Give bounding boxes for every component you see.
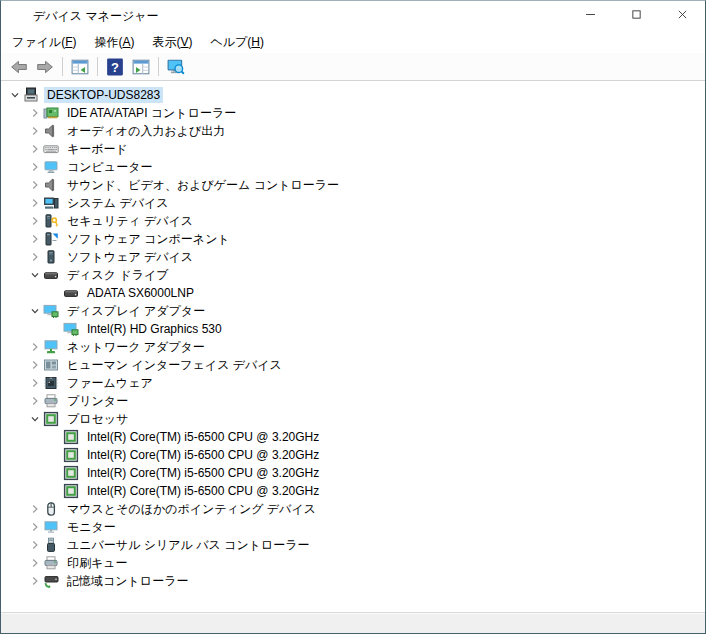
tree-item-label[interactable]: ファームウェア: [64, 374, 156, 393]
tree-row[interactable]: マウスとそのほかのポインティング デバイス: [1, 500, 705, 518]
menu-item-1[interactable]: 操作(A): [85, 31, 143, 54]
chevron-collapsed-icon[interactable]: [27, 393, 43, 409]
tree-row[interactable]: ソフトウェア デバイス: [1, 248, 705, 266]
tree-item-label[interactable]: ディスク ドライブ: [64, 266, 172, 285]
tree-row[interactable]: ユニバーサル シリアル バス コントローラー: [1, 536, 705, 554]
tree-row[interactable]: システム デバイス: [1, 194, 705, 212]
chevron-collapsed-icon[interactable]: [27, 537, 43, 553]
tree-row[interactable]: セキュリティ デバイス: [1, 212, 705, 230]
minimize-button[interactable]: [567, 1, 613, 31]
chevron-collapsed-icon[interactable]: [27, 159, 43, 175]
tree-row[interactable]: ソフトウェア コンポーネント: [1, 230, 705, 248]
chevron-collapsed-icon[interactable]: [27, 339, 43, 355]
chevron-collapsed-icon[interactable]: [27, 123, 43, 139]
tree-row[interactable]: ディスク ドライブ: [1, 266, 705, 284]
tree-row[interactable]: ネットワーク アダプター: [1, 338, 705, 356]
tree-item-label[interactable]: サウンド、ビデオ、およびゲーム コントローラー: [64, 176, 342, 195]
tree-row[interactable]: Intel(R) Core(TM) i5-6500 CPU @ 3.20GHz: [1, 482, 705, 500]
chevron-collapsed-icon[interactable]: [27, 501, 43, 517]
chevron-collapsed-icon[interactable]: [27, 195, 43, 211]
tree-item-label[interactable]: ディスプレイ アダプター: [64, 302, 208, 321]
chevron-expanded-icon[interactable]: [27, 411, 43, 427]
tree-item-label[interactable]: Intel(R) Core(TM) i5-6500 CPU @ 3.20GHz: [84, 447, 322, 463]
tree-item-label[interactable]: 印刷キュー: [64, 554, 131, 573]
tree-row[interactable]: キーボード: [1, 140, 705, 158]
tree-row[interactable]: Intel(R) Core(TM) i5-6500 CPU @ 3.20GHz: [1, 446, 705, 464]
close-button[interactable]: [659, 1, 705, 31]
chevron-collapsed-icon[interactable]: [27, 141, 43, 157]
chevron-expanded-icon[interactable]: [7, 87, 23, 103]
tree-item-label[interactable]: Intel(R) HD Graphics 530: [84, 321, 225, 337]
scan-hardware-button[interactable]: [163, 55, 189, 78]
menu-item-3[interactable]: ヘルプ(H): [202, 31, 274, 54]
tree-item-label[interactable]: ソフトウェア デバイス: [64, 248, 196, 267]
action-pane-button[interactable]: [128, 55, 154, 78]
chevron-collapsed-icon[interactable]: [27, 249, 43, 265]
chevron-collapsed-icon[interactable]: [27, 375, 43, 391]
hid-icon: [43, 357, 59, 373]
chevron-collapsed-icon[interactable]: [27, 555, 43, 571]
tree-item-label[interactable]: コンピューター: [64, 158, 155, 177]
chevron-collapsed-icon[interactable]: [27, 213, 43, 229]
chevron-collapsed-icon[interactable]: [27, 105, 43, 121]
computer-category-icon: [43, 159, 59, 175]
device-manager-window: デバイス マネージャー ファイル(F)操作(A)表示(V)ヘルプ(H) ? DE…: [0, 0, 706, 634]
tree-item-label[interactable]: Intel(R) Core(TM) i5-6500 CPU @ 3.20GHz: [84, 465, 322, 481]
tree-row[interactable]: オーディオの入力および出力: [1, 122, 705, 140]
menu-item-2[interactable]: 表示(V): [143, 31, 201, 54]
help-button[interactable]: ?: [102, 55, 128, 78]
tree-row[interactable]: ADATA SX6000LNP: [1, 284, 705, 302]
maximize-button[interactable]: [613, 1, 659, 31]
tree-row[interactable]: サウンド、ビデオ、およびゲーム コントローラー: [1, 176, 705, 194]
tree-row[interactable]: ファームウェア: [1, 374, 705, 392]
tree-item-label[interactable]: システム デバイス: [64, 194, 172, 213]
back-arrow-icon: [10, 58, 28, 76]
tree-row[interactable]: ヒューマン インターフェイス デバイス: [1, 356, 705, 374]
chevron-collapsed-icon[interactable]: [27, 519, 43, 535]
tree-item-label[interactable]: 記憶域コントローラー: [64, 572, 191, 591]
tree-item-label[interactable]: プリンター: [64, 392, 131, 411]
tree-item-label[interactable]: ソフトウェア コンポーネント: [64, 230, 233, 249]
tree-item-label[interactable]: マウスとそのほかのポインティング デバイス: [64, 500, 319, 519]
tree-item-label[interactable]: ネットワーク アダプター: [64, 338, 208, 357]
chevron-collapsed-icon[interactable]: [27, 231, 43, 247]
menu-item-0[interactable]: ファイル(F): [3, 31, 85, 54]
tree-item-label[interactable]: Intel(R) Core(TM) i5-6500 CPU @ 3.20GHz: [84, 483, 322, 499]
tree-row[interactable]: プリンター: [1, 392, 705, 410]
chevron-collapsed-icon[interactable]: [27, 177, 43, 193]
chevron-collapsed-icon[interactable]: [27, 573, 43, 589]
tree-row[interactable]: IDE ATA/ATAPI コントローラー: [1, 104, 705, 122]
chevron-expanded-icon[interactable]: [27, 267, 43, 283]
tree-item-label[interactable]: キーボード: [64, 140, 131, 159]
tree-row[interactable]: Intel(R) HD Graphics 530: [1, 320, 705, 338]
tree-row[interactable]: Intel(R) Core(TM) i5-6500 CPU @ 3.20GHz: [1, 464, 705, 482]
chevron-expanded-icon[interactable]: [27, 303, 43, 319]
tree-item-label[interactable]: セキュリティ デバイス: [64, 212, 196, 231]
console-tree-button[interactable]: [67, 55, 93, 78]
tree-item-label[interactable]: IDE ATA/ATAPI コントローラー: [64, 104, 239, 123]
tree-item-label[interactable]: プロセッサ: [64, 410, 131, 429]
tree-item-label[interactable]: ADATA SX6000LNP: [84, 285, 197, 301]
tree-row[interactable]: プロセッサ: [1, 410, 705, 428]
chevron-collapsed-icon[interactable]: [27, 357, 43, 373]
toolbar: ?: [1, 53, 705, 81]
monitor-icon: [43, 519, 59, 535]
forward-arrow-button[interactable]: [32, 55, 58, 78]
tree-item-label[interactable]: モニター: [64, 518, 119, 537]
tree-row[interactable]: モニター: [1, 518, 705, 536]
device-tree: DESKTOP-UDS8283IDE ATA/ATAPI コントローラーオーディ…: [1, 81, 705, 612]
tree-item-label[interactable]: DESKTOP-UDS8283: [44, 87, 163, 103]
software-component-icon: [43, 231, 59, 247]
tree-row[interactable]: DESKTOP-UDS8283: [1, 86, 705, 104]
tree-item-label[interactable]: Intel(R) Core(TM) i5-6500 CPU @ 3.20GHz: [84, 429, 322, 445]
tree-row[interactable]: 記憶域コントローラー: [1, 572, 705, 590]
tree-row[interactable]: ディスプレイ アダプター: [1, 302, 705, 320]
tree-item-label[interactable]: ヒューマン インターフェイス デバイス: [64, 356, 285, 375]
window-title: デバイス マネージャー: [33, 8, 159, 25]
tree-row[interactable]: Intel(R) Core(TM) i5-6500 CPU @ 3.20GHz: [1, 428, 705, 446]
tree-row[interactable]: 印刷キュー: [1, 554, 705, 572]
tree-item-label[interactable]: ユニバーサル シリアル バス コントローラー: [64, 536, 313, 555]
back-arrow-button[interactable]: [6, 55, 32, 78]
tree-row[interactable]: コンピューター: [1, 158, 705, 176]
tree-item-label[interactable]: オーディオの入力および出力: [64, 122, 228, 141]
